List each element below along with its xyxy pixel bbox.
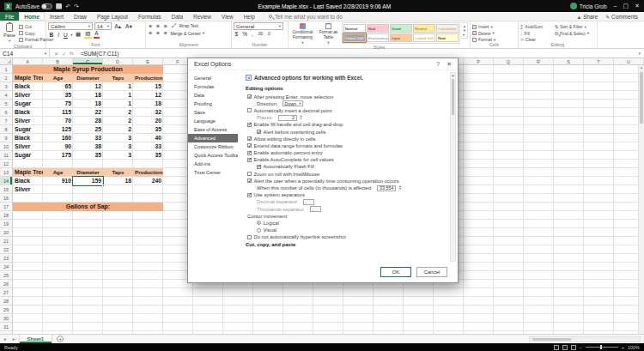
cell-b2[interactable]: Age — [43, 74, 73, 82]
places-spinner[interactable]: 2 — [278, 115, 297, 121]
dialog-help-icon[interactable]: ? — [436, 61, 440, 68]
sort-filter-button[interactable]: ⇅Sort & Filter ▾ — [555, 24, 589, 29]
cell-d5[interactable]: 1 — [103, 100, 133, 108]
account-area[interactable]: Tricia Grob — [570, 3, 607, 9]
share-button[interactable]: ▲ Share — [576, 14, 598, 20]
horizontal-scroll-thumb[interactable] — [532, 338, 571, 341]
column-header-R[interactable]: R — [524, 58, 554, 64]
insert-function-icon[interactable]: fx — [70, 51, 74, 56]
cell-e13[interactable]: Production — [133, 168, 163, 177]
fill-color-icon[interactable]: ▧ — [84, 31, 92, 39]
options-category-proofing[interactable]: Proofing — [188, 100, 238, 108]
cell-a7[interactable]: Silver — [13, 117, 43, 125]
formula-bar-collapse-icon[interactable]: ▾ — [638, 51, 644, 56]
row-header-19[interactable]: 19 — [0, 220, 12, 228]
tab-formulas[interactable]: Formulas — [133, 12, 167, 21]
row-header-29[interactable]: 29 — [0, 306, 12, 314]
editing-group-label[interactable]: Editing — [520, 42, 595, 48]
row-header-7[interactable]: 7 — [0, 117, 12, 125]
dialog-scroll-up-icon[interactable]: ▲ — [452, 73, 455, 77]
cell-c4[interactable]: 18 — [73, 91, 103, 100]
underline-dropdown-icon[interactable]: ▾ — [70, 33, 72, 37]
cell-a6[interactable]: Black — [13, 108, 43, 117]
align-center-icon[interactable]: ≡ — [155, 30, 161, 36]
autocomplete-checkbox[interactable]: Enable AutoComplete for cell values — [246, 156, 446, 163]
cell-b13[interactable]: Age — [43, 168, 73, 177]
zoom-out-icon[interactable]: – — [580, 345, 582, 350]
autosave-toggle[interactable]: AutoSave — [15, 3, 52, 9]
cell-a5[interactable]: Sugar — [13, 100, 43, 108]
cell-a2[interactable]: Maple Tree — [13, 74, 43, 82]
number-format-dropdown[interactable]: General▾ — [234, 22, 283, 30]
number-group-label[interactable]: Number — [234, 42, 286, 48]
vertical-scrollbar[interactable]: ▲ — [638, 65, 644, 334]
cell-e14[interactable]: 240 — [133, 177, 163, 185]
row-header-11[interactable]: 11 — [0, 151, 12, 160]
cell-c8[interactable]: 25 — [73, 125, 103, 134]
comma-format-icon[interactable]: , — [250, 31, 254, 37]
cell-e9[interactable]: 40 — [133, 134, 163, 142]
row-header-14[interactable]: 14 — [0, 177, 12, 185]
cells-group-label[interactable]: Cells — [472, 42, 516, 48]
cell-b6[interactable]: 115 — [43, 108, 73, 117]
cell-c2[interactable]: Diameter — [73, 74, 103, 82]
options-category-save[interactable]: Save — [188, 108, 238, 117]
redo-icon[interactable]: ↷ — [74, 3, 79, 9]
wrap-text-button[interactable]: Wrap Text — [179, 23, 198, 28]
row-header-8[interactable]: 8 — [0, 125, 12, 134]
cell-d4[interactable]: 1 — [103, 91, 133, 100]
normal-view-icon[interactable] — [554, 345, 559, 350]
style-neutral[interactable]: Neutral — [413, 24, 435, 33]
cell-c11[interactable]: 35 — [73, 151, 103, 160]
cell-b10[interactable]: 90 — [43, 142, 73, 151]
style-linked-cell[interactable]: Linked Cell — [413, 33, 435, 42]
cell-a11[interactable]: Sugar — [13, 151, 43, 160]
row-header-6[interactable]: 6 — [0, 108, 12, 117]
select-all-corner[interactable] — [0, 58, 13, 64]
flash-fill-checkbox[interactable]: Automatically Flash Fill — [246, 163, 446, 170]
row-header-1[interactable]: 1 — [0, 65, 12, 74]
row-header-9[interactable]: 9 — [0, 134, 12, 142]
cell-e6[interactable]: 32 — [133, 108, 163, 117]
row-header-27[interactable]: 27 — [0, 288, 12, 297]
cell-e10[interactable]: 33 — [133, 142, 163, 151]
merge-dropdown-icon[interactable]: ▾ — [203, 31, 204, 35]
page-layout-view-icon[interactable] — [562, 345, 568, 350]
tab-file[interactable]: File — [0, 12, 19, 21]
underline-button[interactable]: U — [63, 32, 70, 38]
tab-view[interactable]: View — [216, 12, 239, 21]
style-check-cell[interactable]: Check Cell — [343, 33, 366, 42]
tab-help[interactable]: Help — [239, 12, 260, 21]
tab-insert[interactable]: Insert — [45, 12, 69, 21]
name-box-dropdown-icon[interactable]: ▾ — [45, 51, 46, 56]
row-header-30[interactable]: 30 — [0, 314, 12, 323]
decimal-point-checkbox[interactable]: Automatically insert a decimal point — [246, 107, 446, 114]
cell-d9[interactable]: 3 — [103, 134, 133, 142]
row-header-31[interactable]: 31 — [0, 323, 12, 331]
cell-e2[interactable]: Production — [133, 74, 163, 82]
decrease-font-icon[interactable]: A▾ — [125, 23, 134, 30]
autosum-button[interactable]: ∑AutoSum — [520, 24, 553, 29]
options-category-quick-access-toolbar[interactable]: Quick Access Toolbar — [188, 151, 238, 160]
row-header-17[interactable]: 17 — [0, 203, 12, 211]
tell-me-search[interactable]: Tell me what you want to do — [269, 12, 343, 21]
cell-e5[interactable]: 18 — [133, 100, 163, 108]
fill-button[interactable]: ↓Fill — [520, 31, 553, 36]
conditional-formatting-button[interactable]: Conditional Formatting▾ — [290, 22, 315, 45]
row-header-26[interactable]: 26 — [0, 280, 12, 288]
cell-a3[interactable]: Black — [13, 82, 43, 91]
currency-format-icon[interactable]: $ — [234, 31, 240, 37]
row-header-12[interactable]: 12 — [0, 160, 12, 168]
cell-a9[interactable]: Black — [13, 134, 43, 142]
row-header-13[interactable]: 13 — [0, 168, 12, 177]
cell-d3[interactable]: 1 — [103, 82, 133, 91]
maximize-icon[interactable]: ▢ — [623, 3, 629, 9]
column-header-E[interactable]: E — [133, 58, 163, 64]
row-header-4[interactable]: 4 — [0, 91, 12, 100]
percent-entry-checkbox[interactable]: Enable automatic percent entry — [246, 149, 446, 156]
no-hyperlink-checkbox[interactable]: Do not automatically hyperlink screensho… — [246, 233, 446, 240]
cell-d13[interactable]: Taps — [103, 168, 133, 177]
cell-b9[interactable]: 160 — [43, 134, 73, 142]
style-note[interactable]: Note — [436, 33, 459, 42]
styles-group-label[interactable]: Styles — [290, 45, 468, 51]
